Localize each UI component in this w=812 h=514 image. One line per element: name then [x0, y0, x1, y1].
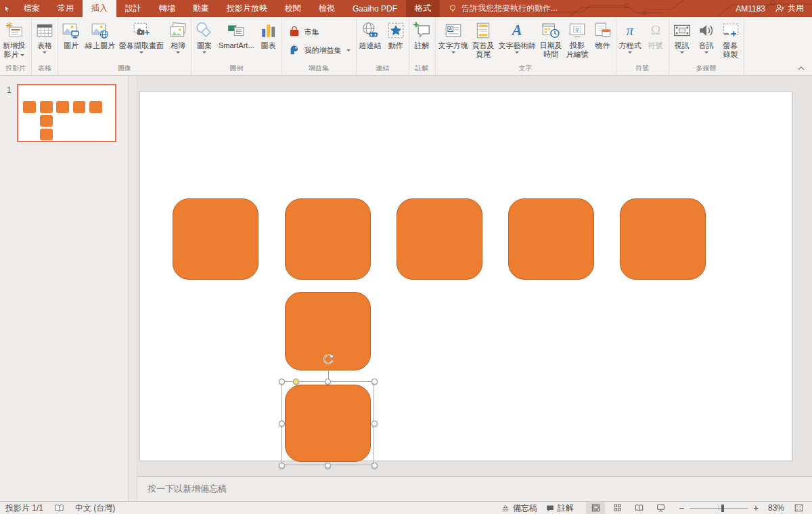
share-label: 共用 — [788, 3, 804, 14]
ribbon-group-7: A文字方塊頁首及頁尾A文字藝術師日期及時間#投影片編號物件文字 — [436, 17, 616, 75]
ribbon-group-label: 投影片 — [0, 64, 31, 75]
chart-button[interactable]: 圖表 — [256, 18, 281, 50]
ribbon: 新增投影片投影片表格表格圖片線上圖片螢幕擷取畫面相簿圖像圖案SmartArt..… — [0, 17, 812, 76]
screen-recording-button[interactable]: 螢幕錄製 — [719, 18, 743, 59]
svg-text:A: A — [449, 26, 452, 31]
cursor-mode-icon[interactable] — [0, 0, 15, 17]
tab-home[interactable]: 常用 — [49, 0, 83, 17]
tab-view[interactable]: 檢視 — [310, 0, 344, 17]
view-reading-button[interactable] — [629, 502, 648, 514]
slide-shape[interactable] — [173, 198, 258, 280]
person-add-icon — [775, 3, 785, 14]
ribbon-group-label: 文字 — [436, 64, 616, 75]
store-icon — [288, 25, 301, 39]
ribbon-group-label: 表格 — [32, 64, 58, 75]
collapse-ribbon-icon[interactable] — [796, 64, 806, 73]
action-button[interactable]: 動作 — [384, 18, 408, 50]
screenshot-button[interactable]: 螢幕擷取畫面 — [117, 18, 166, 53]
equation-button[interactable]: π方程式 — [617, 18, 644, 53]
notes-icon — [501, 504, 510, 513]
spellcheck-icon[interactable] — [54, 503, 64, 513]
fit-to-window-button[interactable] — [789, 502, 808, 514]
store-button[interactable]: 市集 — [288, 25, 351, 39]
selection-handle-n[interactable] — [325, 379, 331, 385]
ribbon-group-8: π方程式Ω符號符號 — [616, 17, 669, 75]
screenshot-icon — [132, 20, 151, 41]
zoom-slider-thumb[interactable] — [721, 505, 724, 512]
notes-toggle[interactable]: 備忘稿 — [501, 502, 537, 514]
zoom-level[interactable]: 83% — [764, 503, 784, 513]
slide-number-label: 1 — [7, 85, 12, 95]
ribbon-group-5: 超連結動作連結 — [357, 17, 409, 75]
pictures-button[interactable]: 圖片 — [59, 18, 83, 50]
tell-me-box[interactable]: 告訴我您想要執行的動作... — [440, 0, 566, 17]
slide-shape[interactable] — [285, 198, 371, 280]
header-footer-button[interactable]: 頁首及頁尾 — [470, 18, 497, 59]
new-slide-button[interactable]: 新增投影片 — [1, 18, 27, 59]
selection-handle-e[interactable] — [371, 421, 378, 427]
slide-shape[interactable] — [620, 198, 706, 280]
view-slide-sorter-button[interactable] — [608, 502, 627, 514]
ribbon-group-1: 表格表格 — [32, 17, 58, 75]
ribbon-group-label: 圖像 — [58, 64, 191, 75]
tab-gaaiho-pdf[interactable]: Gaaiho PDF — [344, 0, 406, 17]
text-box-button[interactable]: A文字方塊 — [436, 18, 470, 53]
audio-button[interactable]: 音訊 — [694, 18, 719, 53]
language-indicator[interactable]: 中文 (台灣) — [75, 502, 115, 514]
slide-canvas[interactable] — [139, 91, 792, 461]
selection-handle-sw[interactable] — [279, 463, 285, 469]
notes-pane[interactable]: 按一下以新增備忘稿 — [137, 476, 812, 501]
tab-design[interactable]: 設計 — [116, 0, 150, 17]
object-button[interactable]: 物件 — [591, 18, 615, 50]
powerpoint-window: 檔案常用插入設計轉場動畫投影片放映校閱檢視Gaaiho PDF格式 告訴我您想要… — [0, 0, 812, 514]
shapes-button[interactable]: 圖案 — [192, 18, 217, 53]
title-bar: 檔案常用插入設計轉場動畫投影片放映校閱檢視Gaaiho PDF格式 告訴我您想要… — [0, 0, 812, 17]
selection-handle-nw[interactable] — [279, 379, 285, 385]
tab-review[interactable]: 校閱 — [276, 0, 310, 17]
my-add-ins-button[interactable]: 我的增益集 — [288, 43, 351, 57]
smartart-button[interactable]: SmartArt... — [217, 18, 256, 50]
slide-number-button[interactable]: #投影片編號 — [564, 18, 591, 59]
zoom-out-button[interactable]: − — [678, 502, 685, 513]
tab-insert[interactable]: 插入 — [83, 0, 116, 17]
rotation-handle-icon[interactable] — [321, 353, 335, 366]
ribbon-group-0: 新增投影片投影片 — [0, 17, 32, 75]
tab-animations[interactable]: 動畫 — [184, 0, 218, 17]
date-time-button[interactable]: 日期及時間 — [538, 18, 564, 59]
screen-record-icon — [721, 20, 740, 41]
album-icon — [168, 20, 187, 41]
hyperlink-button[interactable]: 超連結 — [357, 18, 384, 50]
selection-handle-s[interactable] — [325, 463, 331, 469]
view-slideshow-button[interactable] — [651, 502, 670, 514]
zoom-controls: − + 83% — [678, 502, 808, 514]
selection-handle-se[interactable] — [371, 463, 378, 469]
video-button[interactable]: 視訊 — [670, 18, 694, 53]
comments-toggle[interactable]: 註解 — [545, 502, 574, 514]
selection-handle-ne[interactable] — [371, 379, 378, 385]
panel-splitter[interactable] — [129, 76, 137, 501]
shape-adjust-handle[interactable] — [293, 379, 299, 385]
wordart-button[interactable]: A文字藝術師 — [497, 18, 538, 53]
photo-album-button[interactable]: 相簿 — [166, 18, 190, 53]
tab-format[interactable]: 格式 — [406, 0, 440, 17]
slide-thumbnail-panel: 1 — [0, 76, 129, 501]
online-pictures-button[interactable]: 線上圖片 — [83, 18, 117, 50]
svg-text:π: π — [627, 22, 635, 39]
comment-icon — [545, 504, 555, 513]
zoom-slider[interactable] — [690, 503, 748, 513]
slide-thumbnail-1[interactable] — [17, 84, 116, 142]
slide-shape[interactable] — [397, 198, 482, 280]
tab-slideshow[interactable]: 投影片放映 — [218, 0, 276, 17]
zoom-in-button[interactable]: + — [752, 502, 759, 513]
slide-shape[interactable] — [508, 198, 594, 280]
share-button[interactable]: 共用 — [775, 3, 804, 14]
ribbon-group-label: 註解 — [409, 64, 435, 75]
tab-file[interactable]: 檔案 — [15, 0, 49, 17]
online-picture-icon — [91, 20, 110, 41]
table-button[interactable]: 表格 — [32, 18, 57, 53]
comment-button[interactable]: 註解 — [410, 18, 434, 50]
view-normal-button[interactable] — [586, 502, 605, 514]
selection-handle-w[interactable] — [279, 421, 285, 427]
ribbon-group-label: 符號 — [616, 64, 669, 75]
tab-transitions[interactable]: 轉場 — [150, 0, 184, 17]
